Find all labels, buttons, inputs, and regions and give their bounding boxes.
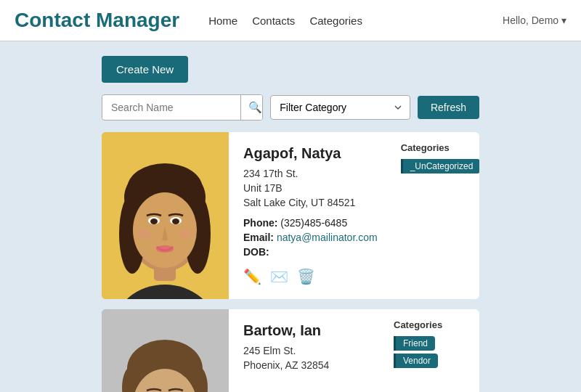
svg-point-13 [172, 219, 179, 224]
search-box: 🔍 [102, 94, 263, 121]
nav-categories[interactable]: Categories [309, 15, 362, 27]
category-badge-friend[interactable]: Friend [394, 336, 435, 351]
contact-info-2: Bartow, Ian 245 Elm St. Phoenix, AZ 3285… [229, 309, 385, 392]
contact-photo [102, 132, 229, 299]
contact-name-2: Bartow, Ian [243, 322, 370, 339]
edit-icon[interactable]: ✏️ [243, 268, 261, 285]
delete-icon[interactable]: 🗑️ [297, 268, 315, 285]
contact-address1: 234 17th St. [243, 168, 378, 179]
main-nav: Home Contacts Categories [208, 15, 481, 27]
app-title: Contact Manager [15, 9, 179, 32]
user-menu[interactable]: Hello, Demo ▾ [503, 15, 566, 26]
contact-address2: Unit 17B [243, 182, 378, 194]
filter-category-select[interactable]: Filter Category [270, 95, 410, 120]
email-icon[interactable]: ✉️ [270, 268, 288, 285]
svg-point-16 [179, 229, 193, 238]
category-badge[interactable]: _UnCategorized [401, 159, 479, 173]
search-row: 🔍 Filter Category Refresh [102, 94, 479, 121]
refresh-button[interactable]: Refresh [418, 96, 479, 119]
contact-name: Agapof, Natya [243, 145, 378, 162]
svg-point-15 [137, 229, 151, 238]
nav-contacts[interactable]: Contacts [252, 15, 295, 27]
contact-dob: DOB: [243, 246, 378, 258]
contact-email-link[interactable]: natya@mailinator.com [277, 232, 378, 243]
contact-card: Agapof, Natya 234 17th St. Unit 17B Salt… [102, 132, 479, 299]
search-input[interactable] [102, 96, 240, 119]
main-content: Create New 🔍 Filter Category Refresh [0, 41, 581, 392]
svg-point-14 [156, 245, 174, 253]
contact-info: Agapof, Natya 234 17th St. Unit 17B Salt… [229, 132, 392, 299]
search-button[interactable]: 🔍 [240, 95, 263, 120]
contact-address1-2: 245 Elm St. [243, 345, 370, 356]
contact-address3: Salt Lake City, UT 84521 [243, 197, 378, 208]
svg-point-12 [150, 219, 158, 224]
categories-label: Categories [401, 142, 450, 153]
toolbar: Create New [102, 56, 479, 83]
contact-card-2: Bartow, Ian 245 Elm St. Phoenix, AZ 3285… [102, 309, 479, 392]
contact-email: Email: natya@mailinator.com [243, 232, 378, 243]
contact-categories: Categories _UnCategorized [392, 132, 479, 299]
header: Contact Manager Home Contacts Categories… [0, 0, 581, 41]
categories-label-2: Categories [394, 319, 442, 330]
create-new-button[interactable]: Create New [102, 56, 188, 83]
contact-photo-2 [102, 309, 229, 392]
contact-categories-2: Categories Friend Vendor [385, 309, 479, 392]
category-badge-vendor[interactable]: Vendor [394, 354, 438, 368]
nav-home[interactable]: Home [208, 15, 237, 27]
action-icons: ✏️ ✉️ 🗑️ [243, 268, 378, 285]
contact-address3-2: Phoenix, AZ 32854 [243, 359, 370, 371]
contact-phone: Phone: (325)485-6485 [243, 217, 378, 229]
contact-details: Phone: (325)485-6485 Email: natya@mailin… [243, 217, 378, 258]
